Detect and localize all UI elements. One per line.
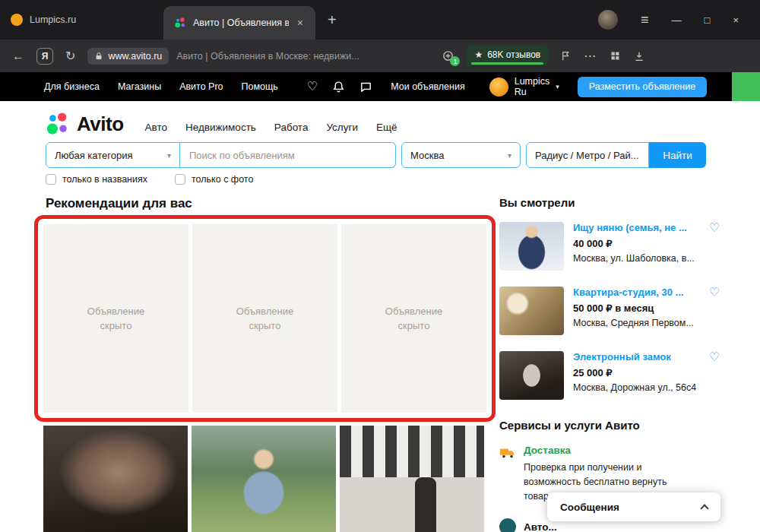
listing-info: Электронный замок ♡ 25 000 ₽ Москва, Дор…	[573, 351, 720, 400]
favorite-heart-icon[interactable]: ♡	[709, 351, 720, 363]
checkbox-titles-only[interactable]: только в названиях	[46, 174, 147, 185]
logo-row: Avito Авто Недвижимость Работа Услуги Ещ…	[46, 112, 397, 136]
nav-help[interactable]: Помощь	[242, 81, 278, 92]
nav-avito-pro[interactable]: Авито Pro	[179, 81, 223, 92]
hidden-listing-card[interactable]: Объявление скрыто	[341, 224, 486, 413]
chevron-down-icon: ▾	[167, 151, 171, 160]
username: Lumpics Ru	[515, 76, 550, 97]
recommendations-title: Рекомендации для вас	[46, 196, 192, 211]
viewed-item[interactable]: Ищу няню (семья, не ... ♡ 40 000 ₽ Москв…	[499, 222, 720, 271]
service-name[interactable]: Доставка	[524, 445, 682, 456]
bookmark-flag-icon[interactable]	[560, 50, 572, 62]
checkbox-icon[interactable]	[46, 174, 56, 185]
city-value: Москва	[410, 150, 444, 161]
url-page-title: Авито | Объявления в Москве: недвижи...	[176, 51, 429, 62]
messages-panel[interactable]: Сообщения	[547, 492, 720, 521]
tab-title: Lumpics.ru	[30, 14, 153, 25]
user-menu[interactable]: Lumpics Ru ▾	[489, 76, 559, 97]
listing-photo[interactable]	[340, 426, 484, 532]
radius-select[interactable]: Радиус / Метро / Рай...	[526, 142, 649, 168]
listing-thumbnail[interactable]	[499, 287, 564, 335]
browser-sidebar-indicator[interactable]	[732, 72, 760, 101]
tab-lumpics[interactable]: Lumpics.ru	[0, 0, 163, 40]
extensions-icon[interactable]	[610, 50, 621, 62]
lumpics-favicon	[11, 14, 23, 26]
listing-price: 25 000 ₽	[573, 367, 720, 378]
listing-location: Москва, Дорожная ул., 56с4	[573, 382, 720, 393]
category-value: Любая категория	[55, 150, 132, 161]
nav-more[interactable]: Ещё	[376, 122, 397, 133]
back-icon[interactable]: ←	[12, 49, 24, 63]
listing-thumbnail[interactable]	[499, 351, 564, 400]
browser-address-bar: ← Я ↻ www.avito.ru Авито | Объявления в …	[0, 40, 760, 72]
listing-price: 50 000 ₽ в месяц	[573, 302, 720, 314]
listing-title-link[interactable]: Ищу няню (семья, не ...	[573, 222, 687, 233]
maximize-button[interactable]: □	[705, 14, 711, 26]
hidden-listing-label: Объявление скрыто	[230, 304, 300, 334]
services-title: Сервисы и услуги Авито	[499, 419, 720, 432]
hidden-listing-label: Объявление скрыто	[81, 304, 151, 334]
close-window-button[interactable]: ×	[733, 14, 739, 26]
browser-menu-icon[interactable]: ≡	[641, 12, 649, 28]
my-ads-link[interactable]: Мои объявления	[391, 81, 465, 92]
star-icon: ★	[474, 49, 483, 60]
category-select[interactable]: Любая категория ▾	[46, 142, 180, 168]
listing-photo[interactable]	[192, 426, 336, 532]
favorite-heart-icon[interactable]: ♡	[709, 287, 720, 299]
delivery-truck-icon	[499, 445, 516, 461]
download-icon[interactable]	[633, 50, 645, 62]
chevron-down-icon: ▾	[508, 151, 511, 160]
listing-price: 40 000 ₽	[573, 238, 720, 249]
collections-count-badge: 1	[450, 56, 460, 66]
city-select[interactable]: Москва ▾	[401, 142, 521, 168]
new-tab-button[interactable]: +	[315, 0, 349, 40]
avito-top-header: Для бизнеса Магазины Авито Pro Помощь ♡ …	[0, 72, 760, 101]
minimize-button[interactable]: —	[672, 14, 682, 26]
url-field[interactable]: www.avito.ru Авито | Объявления в Москве…	[87, 48, 429, 65]
nav-for-business[interactable]: Для бизнеса	[44, 81, 100, 92]
chevron-up-icon[interactable]	[700, 504, 708, 512]
listing-location: Москва, Средняя Первом...	[573, 318, 720, 328]
listing-photo[interactable]	[43, 426, 188, 532]
header-icons: ♡	[307, 81, 372, 93]
viewed-item[interactable]: Квартира-студия, 30 ... ♡ 50 000 ₽ в мес…	[499, 287, 720, 335]
favorites-icon[interactable]: ♡	[307, 81, 318, 93]
yandex-icon[interactable]: Я	[36, 48, 53, 65]
avito-logo[interactable]: Avito	[46, 112, 124, 136]
reviews-label: 68K отзывов	[487, 49, 540, 60]
notifications-bell-icon[interactable]	[332, 81, 345, 93]
tab-avito[interactable]: Авито | Объявления в М ×	[163, 6, 315, 40]
favorite-heart-icon[interactable]: ♡	[709, 222, 720, 234]
checkbox-label: только в названиях	[62, 174, 147, 185]
post-ad-button[interactable]: Разместить объявление	[578, 77, 707, 97]
hidden-listing-label: Объявление скрыто	[379, 304, 449, 334]
messages-panel-title: Сообщения	[560, 502, 619, 513]
browser-tab-bar: Lumpics.ru Авито | Объявления в М × + ≡ …	[0, 0, 760, 40]
nav-jobs[interactable]: Работа	[274, 122, 309, 133]
browser-profile-avatar[interactable]	[598, 10, 618, 30]
user-avatar	[489, 78, 508, 97]
nav-auto[interactable]: Авто	[145, 122, 167, 133]
tab-title: Авито | Объявления в М	[193, 17, 289, 28]
nav-shops[interactable]: Магазины	[118, 81, 161, 92]
listing-title-link[interactable]: Электронный замок	[573, 351, 671, 363]
checkbox-icon[interactable]	[175, 174, 185, 185]
viewed-item[interactable]: Электронный замок ♡ 25 000 ₽ Москва, Дор…	[499, 351, 720, 400]
hidden-listing-card[interactable]: Объявление скрыто	[192, 224, 337, 413]
chevron-down-icon: ▾	[556, 83, 559, 90]
search-button[interactable]: Найти	[649, 142, 706, 168]
listing-thumbnail[interactable]	[499, 222, 564, 271]
reload-icon[interactable]: ↻	[65, 49, 75, 63]
nav-realty[interactable]: Недвижимость	[185, 122, 256, 133]
collections-icon[interactable]: 1	[442, 49, 454, 62]
chat-icon[interactable]	[359, 81, 372, 93]
close-tab-icon[interactable]: ×	[296, 17, 305, 29]
nav-services[interactable]: Услуги	[326, 122, 358, 133]
listing-title-link[interactable]: Квартира-студия, 30 ...	[573, 287, 683, 298]
listing-info: Ищу няню (семья, не ... ♡ 40 000 ₽ Москв…	[573, 222, 720, 271]
checkbox-with-photo[interactable]: только с фото	[175, 174, 253, 185]
more-icon[interactable]: ⋯	[584, 49, 597, 63]
reviews-badge[interactable]: ★ 68K отзывов	[467, 46, 548, 66]
search-input[interactable]	[180, 142, 396, 168]
hidden-listing-card[interactable]: Объявление скрыто	[43, 224, 188, 413]
